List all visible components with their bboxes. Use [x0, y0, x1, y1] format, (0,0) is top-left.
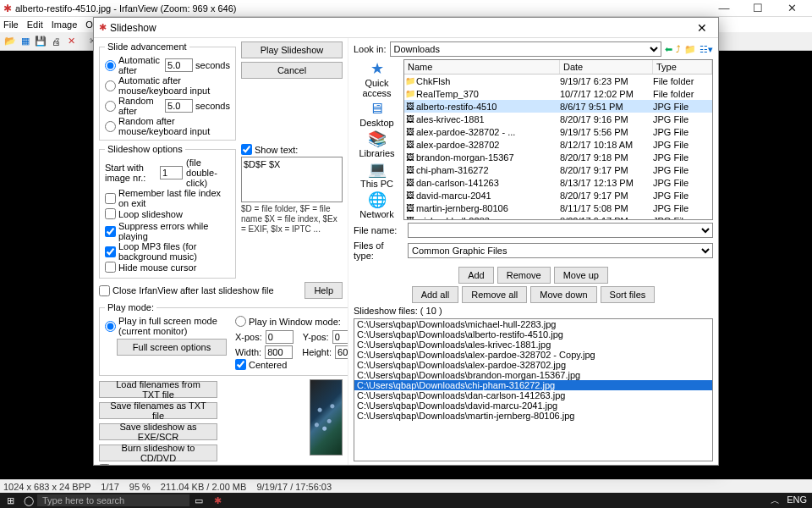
file-row[interactable]: 🖼alex-pardoe-328702 - ...9/19/17 5:56 PM…	[404, 125, 712, 138]
slideshow-file-item[interactable]: C:\Users\qbap\Downloads\alberto-restifo-…	[354, 329, 712, 340]
up-icon[interactable]: ⤴	[676, 44, 681, 54]
load-txt-button[interactable]: Load filenames from TXT file	[99, 381, 217, 398]
close-after-checkbox[interactable]: Close IrfanView after last slideshow fil…	[99, 285, 274, 296]
slideshow-file-item[interactable]: C:\Users\qbap\Downloads\dan-carlson-1412…	[354, 390, 712, 400]
loop-mp3-checkbox[interactable]: Loop MP3 files (for background music)	[105, 241, 230, 262]
movedown-button[interactable]: Move down	[530, 286, 596, 303]
menu-image[interactable]: Image	[52, 19, 78, 30]
fullscreen-radio[interactable]: Play in full screen mode (current monito…	[105, 316, 227, 336]
filename-input[interactable]	[408, 223, 713, 238]
width-input[interactable]	[265, 345, 293, 359]
slideshow-file-item[interactable]: C:\Users\qbap\Downloads\david-marcu-2041…	[354, 400, 712, 411]
add-button[interactable]: Add	[458, 267, 494, 284]
start-button[interactable]: ⊞	[0, 495, 20, 506]
place-network[interactable]: 🌐Network	[359, 190, 393, 219]
close-button[interactable]: ✕	[775, 2, 809, 14]
lookin-select[interactable]: Downloads	[390, 41, 661, 57]
place-libraries[interactable]: 📚Libraries	[359, 130, 394, 158]
dialog-icon: ✱	[99, 22, 107, 33]
file-list[interactable]: Name Date Type 📁ChkFlsh9/19/17 6:23 PMFi…	[403, 59, 713, 220]
include-subdirs-checkbox[interactable]: Include subdirectories (for 'Add all')	[99, 464, 257, 465]
auto-after-radio[interactable]: Automatic after seconds	[105, 55, 230, 75]
place-desktop[interactable]: 🖥Desktop	[359, 100, 393, 128]
file-row[interactable]: 🖼michael-hull-22838/20/17 9:17 PMJPG Fil…	[404, 214, 712, 219]
tray-chevron-icon[interactable]: ︿	[771, 494, 780, 507]
show-text-checkbox[interactable]: Show text:	[241, 144, 298, 155]
col-name[interactable]: Name	[404, 60, 560, 74]
cortana-icon[interactable]: ◯	[20, 495, 37, 506]
start-suffix: (file double-click)	[186, 157, 230, 188]
moveup-button[interactable]: Move up	[554, 267, 608, 284]
taskbar-app-icon[interactable]: ✱	[208, 495, 227, 506]
window-mode-radio[interactable]: Play in Window mode:	[235, 316, 341, 327]
open-icon[interactable]: 📂	[3, 35, 17, 48]
slideshow-file-item[interactable]: C:\Users\qbap\Downloads\michael-hull-228…	[354, 319, 712, 329]
tray-lang[interactable]: ENG	[787, 494, 807, 507]
slideshow-file-item[interactable]: C:\Users\qbap\Downloads\alex-pardoe-3287…	[354, 350, 712, 360]
show-text-input[interactable]: $D$F $X	[241, 157, 343, 202]
place-quick-access[interactable]: ★Quick access	[354, 59, 400, 98]
auto-kb-radio[interactable]: Automatic after mouse/keyboard input	[105, 75, 230, 96]
print-icon[interactable]: 🖨	[49, 35, 63, 48]
filetype-select[interactable]: Common Graphic Files	[408, 243, 713, 258]
slideshow-file-item[interactable]: C:\Users\qbap\Downloads\martin-jernberg-…	[354, 411, 712, 421]
random-kb-radio[interactable]: Random after mouse/keyboard input	[105, 116, 230, 136]
save-txt-button[interactable]: Save filenames as TXT file	[99, 402, 217, 419]
play-slideshow-button[interactable]: Play Slideshow	[241, 41, 343, 58]
loop-slideshow-checkbox[interactable]: Loop slideshow	[105, 208, 183, 219]
suppress-errors-checkbox[interactable]: Suppress errors while playing	[105, 221, 230, 241]
file-row[interactable]: 🖼martin-jernberg-801068/11/17 5:08 PMJPG…	[404, 202, 712, 214]
cancel-button[interactable]: Cancel	[241, 62, 343, 79]
height-input[interactable]	[335, 345, 348, 359]
file-row[interactable]: 📁ChkFlsh9/19/17 6:23 PMFile folder	[404, 75, 712, 87]
app-title: alberto-restifo-4510.jpg - IrfanView (Zo…	[15, 3, 707, 14]
newfolder-icon[interactable]: 📁	[684, 44, 696, 55]
slideshow-file-item[interactable]: C:\Users\qbap\Downloads\chi-pham-316272.…	[354, 380, 712, 390]
file-row[interactable]: 🖼chi-pham-3162728/20/17 9:17 PMJPG File	[404, 163, 712, 176]
burn-cd-button[interactable]: Burn slideshow to CD/DVD	[99, 444, 217, 461]
save-exe-button[interactable]: Save slideshow as EXE/SCR	[99, 423, 217, 440]
file-row[interactable]: 🖼david-marcu-20418/20/17 9:17 PMJPG File	[404, 189, 712, 202]
place-this-pc[interactable]: 💻This PC	[360, 160, 393, 189]
addall-button[interactable]: Add all	[412, 286, 459, 303]
menu-edit[interactable]: Edit	[27, 19, 43, 30]
slideshow-files-list[interactable]: C:\Users\qbap\Downloads\michael-hull-228…	[354, 318, 713, 461]
removeall-button[interactable]: Remove all	[462, 286, 527, 303]
delete-icon[interactable]: ✕	[64, 35, 78, 48]
fullscreen-options-button[interactable]: Full screen options	[117, 339, 227, 356]
minimize-button[interactable]: —	[707, 2, 741, 14]
save-icon[interactable]: 💾	[34, 35, 47, 48]
centered-checkbox[interactable]: Centered	[235, 359, 287, 370]
viewmenu-icon[interactable]: ☷▾	[700, 44, 713, 55]
random-after-radio[interactable]: Random after seconds	[105, 96, 230, 116]
file-row[interactable]: 🖼alberto-restifo-45108/6/17 9:51 PMJPG F…	[404, 100, 712, 113]
dialog-close-button[interactable]: ✕	[691, 21, 713, 35]
maximize-button[interactable]: ☐	[741, 2, 775, 14]
random-seconds-input[interactable]	[165, 99, 193, 113]
back-icon[interactable]: ⬅	[665, 44, 672, 55]
col-date[interactable]: Date	[560, 60, 653, 74]
ypos-input[interactable]	[332, 330, 348, 344]
help-button[interactable]: Help	[304, 282, 343, 299]
slideshow-icon[interactable]: ▦	[19, 35, 32, 48]
file-row[interactable]: 🖼ales-krivec-18818/20/17 9:16 PMJPG File	[404, 113, 712, 125]
col-type[interactable]: Type	[653, 60, 712, 74]
taskview-icon[interactable]: ▭	[189, 495, 208, 506]
file-row[interactable]: 🖼alex-pardoe-3287028/12/17 10:18 AMJPG F…	[404, 138, 712, 151]
start-index-input[interactable]	[160, 166, 183, 179]
remove-button[interactable]: Remove	[497, 267, 551, 284]
file-row[interactable]: 🖼brandon-morgan-153678/20/17 9:18 PMJPG …	[404, 151, 712, 163]
hide-cursor-checkbox[interactable]: Hide mouse cursor	[105, 262, 196, 273]
xpos-input[interactable]	[266, 330, 294, 344]
slideshow-file-item[interactable]: C:\Users\qbap\Downloads\ales-krivec-1881…	[354, 340, 712, 350]
file-row[interactable]: 📁RealTemp_37010/7/17 12:02 PMFile folder	[404, 87, 712, 100]
menu-file[interactable]: File	[3, 19, 19, 30]
file-row[interactable]: 🖼dan-carlson-1412638/13/17 12:13 PMJPG F…	[404, 176, 712, 189]
slideshow-file-item[interactable]: C:\Users\qbap\Downloads\alex-pardoe-3287…	[354, 360, 712, 370]
dialog-title: Slideshow	[110, 22, 691, 34]
sort-button[interactable]: Sort files	[601, 286, 656, 303]
slideshow-file-item[interactable]: C:\Users\qbap\Downloads\brandon-morgan-1…	[354, 370, 712, 380]
auto-seconds-input[interactable]	[165, 58, 193, 72]
remember-index-checkbox[interactable]: Remember last file index on exit	[105, 188, 230, 208]
taskbar-search[interactable]: Type here to search	[37, 494, 189, 506]
